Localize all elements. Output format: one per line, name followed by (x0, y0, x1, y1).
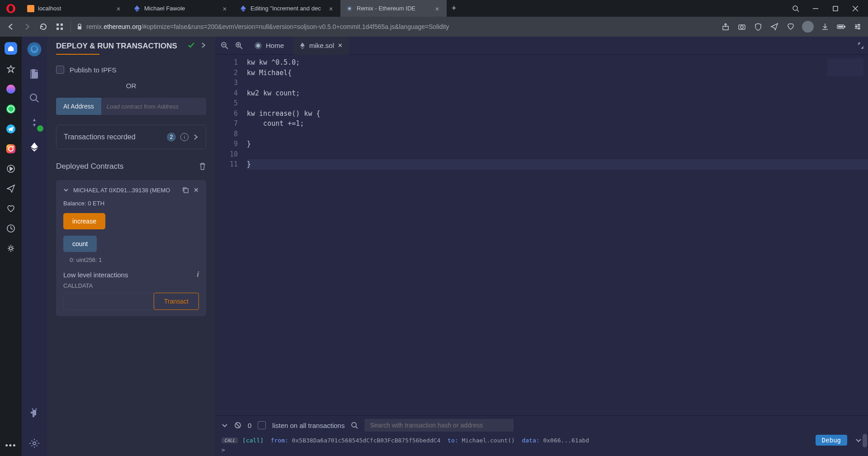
history-icon[interactable] (5, 223, 16, 234)
forward-button[interactable] (22, 21, 33, 32)
listen-label: listen on all transactions (272, 422, 344, 429)
info-icon[interactable]: i (180, 133, 189, 141)
plugin-manager-icon[interactable] (26, 405, 42, 422)
sidebar-home-icon[interactable] (5, 42, 17, 55)
new-tab-button[interactable]: + (447, 0, 461, 17)
heart-icon[interactable] (786, 22, 796, 32)
chevron-right-icon[interactable] (201, 42, 206, 49)
settings-gear-icon[interactable] (5, 243, 16, 254)
more-icon[interactable]: ••• (5, 441, 17, 451)
zoom-in-icon[interactable] (233, 40, 245, 52)
tab-editing[interactable]: Editing "Increment and dec (234, 0, 340, 17)
close-icon[interactable] (222, 5, 229, 12)
increase-button[interactable]: increase (63, 213, 105, 229)
file-explorer-icon[interactable] (26, 66, 42, 82)
easy-setup-icon[interactable] (853, 22, 863, 32)
compiler-icon[interactable] (26, 114, 42, 131)
shield-icon[interactable] (753, 22, 763, 32)
tab-title: Remix - Ethereum IDE (357, 5, 431, 12)
chevron-right-icon[interactable] (193, 133, 198, 141)
svg-rect-22 (838, 26, 843, 28)
close-icon[interactable] (435, 5, 441, 12)
opera-logo[interactable] (0, 0, 22, 17)
svg-point-28 (856, 26, 857, 28)
opera-sidebar: ••• (0, 37, 22, 456)
info-icon[interactable]: i (197, 271, 199, 279)
debug-button[interactable]: Debug (816, 435, 847, 446)
tab-michael-fawole[interactable]: Michael Fawole (128, 0, 234, 17)
url-text: remix.ethereum.org/#optimize=false&runs=… (86, 23, 449, 30)
share-icon[interactable] (721, 22, 731, 32)
terminal: 0 listen on all transactions CALL [call]… (215, 415, 868, 456)
remix-settings-icon[interactable] (26, 435, 42, 451)
download-icon[interactable] (820, 22, 830, 32)
copy-icon[interactable] (182, 186, 189, 194)
close-icon[interactable] (329, 5, 335, 12)
scrollbar[interactable] (863, 434, 867, 447)
svg-point-51 (36, 408, 37, 410)
tab-remix[interactable]: Remix - Ethereum IDE (340, 0, 447, 17)
svg-point-62 (256, 44, 260, 48)
close-icon[interactable]: ✕ (338, 42, 343, 49)
chevron-down-icon[interactable] (63, 187, 69, 193)
zoom-out-icon[interactable] (219, 40, 231, 52)
minimize-icon[interactable] (807, 2, 825, 15)
calldata-input[interactable] (63, 293, 154, 310)
speed-dial-icon[interactable] (54, 21, 65, 32)
reload-button[interactable] (38, 21, 49, 32)
terminal-prompt[interactable]: > (222, 446, 225, 453)
remix-logo-icon[interactable] (26, 41, 42, 57)
chevron-down-icon[interactable] (222, 422, 228, 428)
url-field[interactable]: remix.ethereum.org/#optimize=false&runs=… (76, 23, 715, 30)
battery-icon[interactable] (836, 22, 846, 32)
search-plugin-icon[interactable] (26, 90, 42, 106)
deploy-icon[interactable] (26, 139, 42, 155)
close-icon[interactable]: ✕ (193, 186, 199, 194)
svg-point-46 (30, 94, 37, 100)
transactions-count-badge: 2 (167, 133, 176, 142)
send-icon[interactable] (769, 22, 779, 32)
at-address-button[interactable]: At Address (56, 98, 101, 115)
window-controls (783, 2, 868, 15)
minimap[interactable] (827, 58, 863, 76)
expand-icon[interactable] (857, 42, 864, 49)
whatsapp-icon[interactable] (5, 104, 16, 114)
solidity-file-icon (299, 42, 306, 49)
publish-checkbox[interactable] (56, 66, 64, 74)
count-button[interactable]: count (63, 236, 97, 252)
chevron-down-icon[interactable] (855, 437, 862, 443)
send-outline-icon[interactable] (5, 183, 16, 194)
terminal-search-input[interactable] (364, 419, 514, 432)
svg-line-68 (356, 427, 358, 428)
instagram-icon[interactable] (5, 143, 16, 154)
listen-checkbox[interactable] (258, 421, 266, 429)
close-window-icon[interactable] (846, 2, 864, 15)
call-badge: CALL (222, 437, 238, 443)
transact-button[interactable]: Transact (154, 293, 199, 310)
code-editor[interactable]: 1234567891011 kw kw ^0.5.0;kw Michael{ k… (215, 55, 868, 415)
profile-icon[interactable] (802, 21, 814, 33)
svg-rect-0 (27, 5, 34, 12)
telegram-icon[interactable] (5, 124, 16, 134)
search-icon[interactable] (787, 2, 805, 15)
editor-tab-home[interactable]: Home (248, 37, 290, 55)
maximize-icon[interactable] (826, 2, 844, 15)
editor-tab-file[interactable]: mike.sol ✕ (293, 37, 349, 55)
at-address-input[interactable] (101, 98, 206, 115)
trash-icon[interactable] (199, 162, 206, 171)
play-circle-icon[interactable] (5, 163, 16, 174)
transactions-recorded-label: Transactions recorded (64, 133, 162, 141)
terminal-toolbar: 0 listen on all transactions (215, 416, 868, 435)
search-icon[interactable] (351, 422, 358, 429)
bookmark-star-icon[interactable] (5, 64, 16, 75)
messenger-icon[interactable] (5, 84, 16, 95)
remix-iconbar (22, 37, 47, 456)
svg-rect-16 (61, 28, 63, 30)
tab-localhost[interactable]: localhost (22, 0, 128, 17)
camera-icon[interactable] (737, 22, 747, 32)
heart-outline-icon[interactable] (5, 203, 16, 214)
clear-icon[interactable] (234, 422, 241, 429)
calldata-row: Transact (63, 293, 199, 310)
close-icon[interactable] (116, 5, 123, 12)
back-button[interactable] (5, 21, 16, 32)
